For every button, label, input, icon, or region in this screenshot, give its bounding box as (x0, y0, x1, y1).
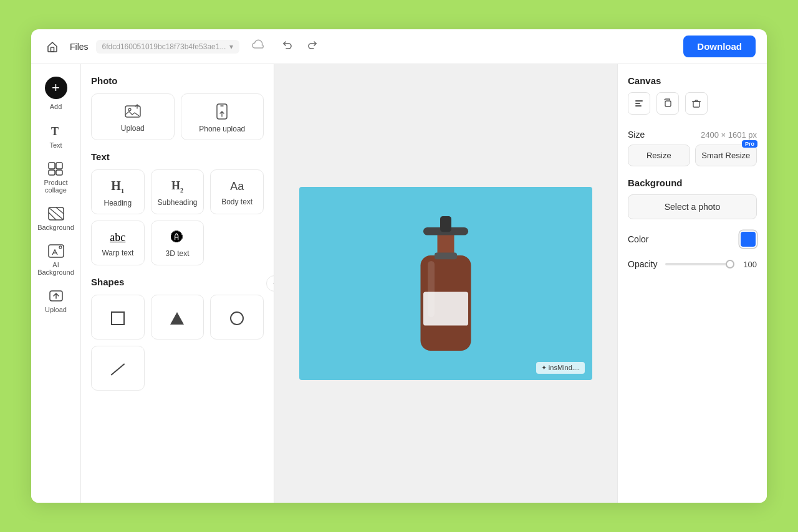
square-icon (111, 311, 125, 325)
shape-circle-card[interactable] (210, 295, 264, 340)
background-section: Background Select a photo (628, 178, 757, 219)
body: + Add T Text Product collage (31, 64, 767, 503)
circle-icon (230, 311, 244, 325)
shapes-section-title: Shapes (91, 277, 264, 287)
svg-rect-25 (635, 103, 640, 104)
phone-upload-card[interactable]: Phone upload (181, 93, 264, 140)
svg-rect-2 (49, 163, 55, 169)
svg-rect-22 (435, 253, 457, 260)
heading-icon: H1 (111, 179, 124, 194)
select-photo-button[interactable]: Select a photo (628, 194, 757, 219)
svg-rect-3 (56, 163, 62, 169)
shapes-grid (91, 295, 264, 391)
home-button[interactable] (42, 37, 62, 57)
svg-rect-0 (51, 47, 54, 52)
upload-icon (47, 288, 65, 303)
shape-triangle-card[interactable] (151, 295, 204, 340)
warp-text-icon: abc (110, 231, 125, 244)
3d-text-card[interactable]: 🅐 3D text (151, 221, 204, 265)
svg-rect-26 (635, 105, 642, 107)
redo-button[interactable] (303, 37, 322, 56)
svg-rect-28 (693, 102, 699, 107)
canvas-icon-row (628, 92, 757, 115)
photo-grid: Upload Phone upload (91, 93, 264, 140)
canvas-area[interactable]: ✦ insMind.... (274, 64, 617, 503)
header: Files 6fdcd160051019bc18f73b4fe53ae1... … (31, 29, 767, 64)
ai-background-icon (47, 244, 65, 259)
svg-line-7 (49, 207, 64, 220)
copy-icon-button[interactable] (656, 92, 679, 115)
delete-icon-button[interactable] (685, 92, 708, 115)
opacity-label: Opacity (628, 259, 660, 269)
opacity-value: 100 (739, 260, 757, 269)
color-row: Color (628, 230, 757, 248)
opacity-slider[interactable] (665, 263, 734, 265)
upload-card-icon (124, 103, 142, 120)
add-icon: + (45, 77, 67, 99)
resize-row: Resize Smart Resize Pro (628, 145, 757, 166)
warp-text-card[interactable]: abc Warp text (91, 221, 145, 265)
subheading-icon: H2 (171, 179, 183, 194)
color-swatch[interactable] (739, 230, 757, 248)
resize-button[interactable]: Resize (628, 145, 690, 166)
svg-line-8 (49, 212, 56, 220)
sidebar-text[interactable]: T Text (37, 118, 75, 154)
text-section-title: Text (91, 151, 264, 162)
shape-line-card[interactable] (91, 346, 145, 391)
opacity-slider-thumb (726, 260, 734, 268)
left-panel: Photo Upload (81, 64, 274, 503)
upload-card[interactable]: Upload (91, 93, 175, 140)
svg-rect-20 (440, 216, 451, 232)
svg-rect-24 (635, 100, 643, 102)
undo-button[interactable] (278, 37, 297, 56)
sidebar-background[interactable]: Background (37, 201, 75, 236)
size-value: 2400 × 1601 px (701, 130, 757, 140)
subheading-card[interactable]: H2 Subheading (151, 169, 204, 214)
sidebar-ai-background[interactable]: AI Background (37, 239, 75, 281)
phone-upload-icon (215, 103, 229, 120)
align-icon-button[interactable] (628, 92, 650, 115)
photo-section-title: Photo (91, 75, 264, 86)
icon-sidebar: + Add T Text Product collage (31, 64, 81, 503)
body-text-card[interactable]: Aa Body text (210, 169, 264, 214)
cloud-icon (252, 39, 266, 54)
background-title: Background (628, 178, 757, 188)
files-nav[interactable]: Files (70, 42, 89, 52)
background-icon (47, 206, 65, 221)
sidebar-upload[interactable]: Upload (37, 283, 75, 318)
product-bottle (383, 199, 508, 368)
svg-text:T: T (51, 125, 59, 138)
filename-display[interactable]: 6fdcd160051019bc18f73b4fe53ae1... ▾ (96, 40, 240, 54)
3d-text-icon: 🅐 (171, 230, 183, 245)
right-panel: Canvas (617, 64, 767, 503)
svg-point-11 (59, 246, 62, 249)
smart-resize-button[interactable]: Smart Resize Pro (695, 145, 757, 166)
product-collage-icon (47, 161, 65, 176)
opacity-section: Opacity 100 (628, 259, 757, 269)
line-icon (110, 363, 125, 376)
size-label: Size (628, 130, 645, 140)
svg-line-9 (56, 207, 64, 214)
canvas-content: ✦ insMind.... (299, 187, 592, 380)
svg-rect-27 (665, 101, 671, 107)
svg-rect-5 (56, 170, 62, 175)
shape-square-card[interactable] (91, 295, 145, 340)
heading-card[interactable]: H1 Heading (91, 169, 145, 214)
text-icon: T (48, 123, 64, 139)
panel-collapse-button[interactable]: ‹ (266, 275, 274, 292)
body-text-icon: Aa (230, 180, 244, 193)
header-actions (278, 37, 322, 56)
svg-rect-4 (49, 170, 55, 175)
svg-point-14 (128, 108, 131, 111)
canvas-section: Canvas (628, 75, 757, 118)
svg-rect-23 (428, 261, 435, 317)
sidebar-add[interactable]: + Add (37, 72, 75, 115)
canvas-title: Canvas (628, 75, 757, 86)
canvas-watermark: ✦ insMind.... (536, 362, 585, 374)
color-label: Color (628, 234, 648, 244)
text-grid: H1 Heading H2 Subheading Aa Body text ab… (91, 169, 264, 265)
pro-badge: Pro (742, 140, 757, 148)
download-button[interactable]: Download (683, 36, 756, 57)
sidebar-product-collage[interactable]: Product collage (37, 156, 75, 199)
triangle-icon (170, 312, 184, 325)
